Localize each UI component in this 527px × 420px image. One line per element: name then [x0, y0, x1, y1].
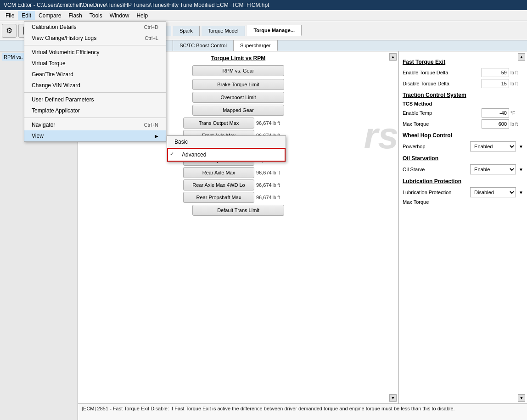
- tab-supercharger[interactable]: Supercharger: [234, 40, 278, 51]
- menu-help[interactable]: Help: [133, 11, 151, 20]
- tab-torque-management[interactable]: Torque Manage...: [247, 25, 302, 36]
- history-label: View Change/History Logs: [32, 35, 96, 41]
- submenu-basic[interactable]: Basic: [167, 136, 286, 148]
- lubrication-title: Lubrication Protection: [403, 178, 523, 185]
- btn-brake-torque[interactable]: Brake Torque Limit: [192, 79, 284, 90]
- shortcut-navigator: Ctrl+N: [144, 122, 158, 128]
- menu-edit[interactable]: Edit: [18, 11, 35, 20]
- tcs-title: Traction Control System: [403, 92, 523, 98]
- row-disable-delta: Disable Torque Delta lb ft: [403, 79, 523, 88]
- sep-1: [24, 45, 166, 45]
- row-max-torque-tcs: Max Torque lb ft: [403, 119, 523, 129]
- row-powerhop: Powerhop Enabled Disabled ▼: [403, 141, 523, 151]
- unit-enable-temp: °F: [510, 111, 523, 116]
- label-oil-starve: Oil Starve: [403, 167, 468, 172]
- user-params-label: User Defined Parameters: [32, 96, 94, 103]
- wheel-hop-title: Wheel Hop Control: [403, 132, 523, 139]
- input-enable-temp[interactable]: [482, 108, 509, 118]
- input-max-torque-tcs[interactable]: [482, 119, 509, 129]
- view-label: View: [32, 133, 44, 139]
- title-text: VCM Editor - C:\Users\cmitchell\OneDrive…: [4, 2, 269, 8]
- label-enable-delta: Enable Torque Delta: [403, 70, 482, 75]
- row-max-torque-lub: Max Torque: [403, 199, 523, 205]
- unit-disable-delta: lb ft: [510, 81, 523, 86]
- val-trans-output: 96,674: [256, 120, 272, 126]
- chevron-powerhop-icon: ▼: [519, 144, 523, 149]
- status-message: [ECM] 2851 - Fast Torque Exit Disable: I…: [82, 406, 523, 411]
- label-powerhop: Powerhop: [403, 144, 468, 149]
- vve-label: Virtual Volumetric Efficiency: [32, 49, 100, 56]
- menu-bar: File Edit Compare Flash Tools Window Hel…: [0, 10, 527, 21]
- input-disable-delta[interactable]: [482, 79, 509, 88]
- menu-file[interactable]: File: [2, 11, 18, 20]
- right-panel: ▲ Fast Torque Exit Enable Torque Delta l…: [398, 51, 527, 403]
- row-enable-delta: Enable Torque Delta lb ft: [403, 68, 523, 77]
- right-scroll-up[interactable]: ▲: [518, 53, 525, 61]
- row-trans-output: Trans Output Max 96,674 lb ft: [183, 118, 293, 129]
- menu-gear-tire[interactable]: Gear/Tire Wizard: [24, 69, 166, 80]
- change-vin-label: Change VIN Wizard: [32, 82, 80, 89]
- tab-sc-tc-boost[interactable]: SC/TC Boost Control: [173, 40, 234, 51]
- template-label: Template Applicator: [32, 107, 80, 114]
- row-rear-prop: Rear Propshaft Max 96,674 lb ft: [183, 192, 293, 203]
- menu-compare[interactable]: Compare: [35, 11, 65, 20]
- unit-rear-axle: lb ft: [273, 170, 280, 175]
- menu-view-history[interactable]: View Change/History Logs Ctrl+L: [24, 33, 166, 44]
- scroll-down-btn[interactable]: ▼: [389, 394, 397, 402]
- oil-starvation-title: Oil Starvation: [403, 155, 523, 162]
- right-scroll-down[interactable]: ▼: [518, 394, 525, 402]
- val-rear-axle-4wd: 96,674: [256, 182, 272, 188]
- input-enable-delta[interactable]: [482, 68, 509, 77]
- btn-rpm-gear[interactable]: RPM vs. Gear: [192, 65, 284, 76]
- select-lubrication[interactable]: Disabled Enabled: [470, 187, 516, 197]
- shortcut-calibration: Ctrl+D: [144, 24, 158, 30]
- sep-2: [24, 92, 166, 93]
- label-disable-delta: Disable Torque Delta: [403, 81, 482, 86]
- tab-spark[interactable]: Spark: [173, 26, 200, 36]
- btn-rear-axle-4wd[interactable]: Rear Axle Max 4WD Lo: [183, 179, 254, 190]
- menu-change-vin[interactable]: Change VIN Wizard: [24, 80, 166, 91]
- tcs-method-label: TCS Method: [403, 101, 523, 106]
- chevron-oil-icon: ▼: [519, 167, 523, 172]
- tab-torque-model[interactable]: Torque Model: [202, 26, 246, 36]
- check-icon: ✓: [170, 151, 174, 157]
- menu-navigator[interactable]: Navigator Ctrl+N: [24, 119, 166, 130]
- gear-icon-1: ⚙: [6, 26, 12, 35]
- btn-trans-output[interactable]: Trans Output Max: [183, 118, 254, 129]
- btn-rear-prop[interactable]: Rear Propshaft Max: [183, 192, 254, 203]
- status-bar: [ECM] 2851 - Fast Torque Exit Disable: I…: [78, 403, 527, 420]
- select-oil-starve[interactable]: Enable Disable: [470, 164, 516, 174]
- virtual-torque-label: Virtual Torque: [32, 60, 66, 67]
- menu-flash[interactable]: Flash: [65, 11, 85, 20]
- basic-label: Basic: [174, 139, 188, 145]
- btn-default-trans[interactable]: Default Trans Limit: [192, 205, 284, 216]
- unit-max-torque-tcs: lb ft: [510, 122, 523, 127]
- menu-vve[interactable]: Virtual Volumetric Efficiency: [24, 47, 166, 58]
- menu-window[interactable]: Window: [106, 11, 133, 20]
- menu-calibration-details[interactable]: Calibration Details Ctrl+D: [24, 22, 166, 33]
- gear-tire-label: Gear/Tire Wizard: [32, 71, 73, 78]
- val-rear-axle: 96,674: [256, 170, 272, 175]
- sep-3: [24, 118, 166, 118]
- scroll-up-btn[interactable]: ▲: [389, 53, 397, 61]
- menu-user-params[interactable]: User Defined Parameters: [24, 94, 166, 105]
- unit-trans-output: lb ft: [273, 121, 280, 126]
- submenu-advanced[interactable]: ✓ Advanced: [167, 148, 286, 162]
- menu-tools[interactable]: Tools: [86, 11, 106, 20]
- row-lubrication: Lubrication Protection Disabled Enabled …: [403, 187, 523, 197]
- select-powerhop[interactable]: Enabled Disabled: [470, 141, 516, 151]
- btn-rear-axle[interactable]: Rear Axle Max: [183, 167, 254, 178]
- title-bar: VCM Editor - C:\Users\cmitchell\OneDrive…: [0, 0, 527, 10]
- edit-dropdown: Calibration Details Ctrl+D View Change/H…: [24, 21, 166, 142]
- label-max-torque-lub: Max Torque: [403, 199, 523, 205]
- btn-mapped-gear[interactable]: Mapped Gear: [192, 105, 284, 116]
- toolbar-btn-1[interactable]: ⚙: [2, 24, 17, 38]
- menu-template[interactable]: Template Applicator: [24, 105, 166, 116]
- menu-virtual-torque[interactable]: Virtual Torque: [24, 58, 166, 69]
- shortcut-history: Ctrl+L: [145, 35, 158, 41]
- chevron-lub-icon: ▼: [519, 190, 523, 195]
- menu-view[interactable]: View: [24, 130, 166, 141]
- row-oil-starve: Oil Starve Enable Disable ▼: [403, 164, 523, 174]
- advanced-label: Advanced: [182, 151, 206, 158]
- btn-overboost[interactable]: Overboost Limit: [192, 92, 284, 103]
